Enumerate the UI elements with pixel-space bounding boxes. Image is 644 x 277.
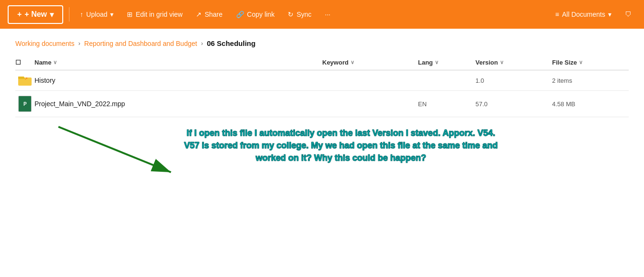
new-chevron-icon: ▾: [50, 10, 54, 19]
filter-button[interactable]: ⛉: [620, 8, 636, 21]
plus-icon: +: [17, 10, 22, 19]
all-documents-button[interactable]: ≡ All Documents ▾: [551, 8, 616, 21]
svg-text:↗: ↗: [24, 77, 28, 81]
filesize-sort-icon: ∨: [579, 59, 583, 66]
list-icon: ≡: [555, 11, 559, 18]
svg-line-5: [58, 127, 171, 172]
sync-icon: ↻: [288, 11, 294, 18]
edit-grid-button[interactable]: ⊞ Edit in grid view: [122, 8, 187, 21]
version-sort-icon: ∨: [500, 59, 504, 66]
breadcrumb-sep-1: ›: [78, 40, 80, 47]
file-list: ☐ Name ∨ Keyword ∨ Lang ∨ Version ∨ File…: [0, 55, 644, 117]
toolbar-divider-1: [69, 7, 69, 22]
breadcrumb-sep-2: ›: [201, 40, 203, 47]
col-header-checkbox: ☐: [15, 59, 34, 66]
sync-button[interactable]: ↻ Sync: [283, 8, 316, 21]
filter-icon: ⛉: [625, 11, 632, 18]
folder-icon: ↗: [15, 75, 34, 86]
col-header-version[interactable]: Version ∨: [475, 59, 552, 66]
file-name-history[interactable]: History: [34, 77, 322, 84]
col-header-lang[interactable]: Lang ∨: [418, 59, 475, 66]
share-button[interactable]: ↗ Share: [191, 8, 227, 21]
upload-chevron-icon: ▾: [110, 11, 113, 18]
annotation-area: If I open this file I automatically open…: [15, 122, 629, 218]
file-size-history: 2 items: [552, 77, 629, 84]
breadcrumb-part1[interactable]: Working documents: [15, 40, 74, 47]
name-sort-icon: ∨: [53, 59, 57, 66]
copy-link-button[interactable]: 🔗 Copy link: [231, 8, 280, 21]
svg-marker-2: [18, 77, 25, 79]
grid-icon: ⊞: [127, 11, 133, 18]
table-row: ↗ History 1.0 2 items: [15, 70, 629, 91]
file-version-mpp: 57.0: [475, 100, 552, 108]
col-header-filesize[interactable]: File Size ∨: [552, 59, 629, 66]
file-size-mpp: 4.58 MB: [552, 100, 629, 108]
file-lang-mpp: EN: [418, 100, 475, 108]
table-row: P Project_Main_VND_2022.mpp EN 57.0 4.58…: [15, 91, 629, 117]
mpp-file-icon: P: [15, 96, 34, 112]
col-header-name[interactable]: Name ∨: [34, 59, 322, 66]
toolbar-right: ≡ All Documents ▾ ⛉: [551, 8, 636, 21]
link-icon: 🔗: [236, 11, 244, 18]
main-toolbar: + + New ▾ ↑ Upload ▾ ⊞ Edit in grid view…: [0, 0, 644, 29]
breadcrumb-part2[interactable]: Reporting and Dashboard and Budget: [84, 40, 197, 47]
file-name-mpp[interactable]: Project_Main_VND_2022.mpp: [34, 100, 322, 108]
annotation-arrow: [54, 122, 178, 179]
file-list-header: ☐ Name ∨ Keyword ∨ Lang ∨ Version ∨ File…: [15, 55, 629, 70]
lang-sort-icon: ∨: [435, 59, 439, 66]
file-icon-header: ☐: [15, 59, 21, 66]
new-label: + New: [24, 10, 47, 19]
breadcrumb-current: 06 Scheduling: [207, 39, 256, 47]
file-version-history: 1.0: [475, 77, 552, 84]
upload-button[interactable]: ↑ Upload ▾: [75, 8, 118, 21]
keyword-sort-icon: ∨: [350, 59, 354, 66]
more-button[interactable]: ···: [320, 8, 336, 21]
breadcrumb: Working documents › Reporting and Dashbo…: [0, 29, 644, 55]
all-docs-chevron-icon: ▾: [608, 11, 611, 18]
share-icon: ↗: [196, 11, 202, 18]
col-header-keyword[interactable]: Keyword ∨: [322, 59, 418, 66]
new-button[interactable]: + + New ▾: [8, 5, 63, 24]
annotation-text: If I open this file I automatically open…: [178, 127, 504, 164]
upload-icon: ↑: [80, 11, 83, 18]
